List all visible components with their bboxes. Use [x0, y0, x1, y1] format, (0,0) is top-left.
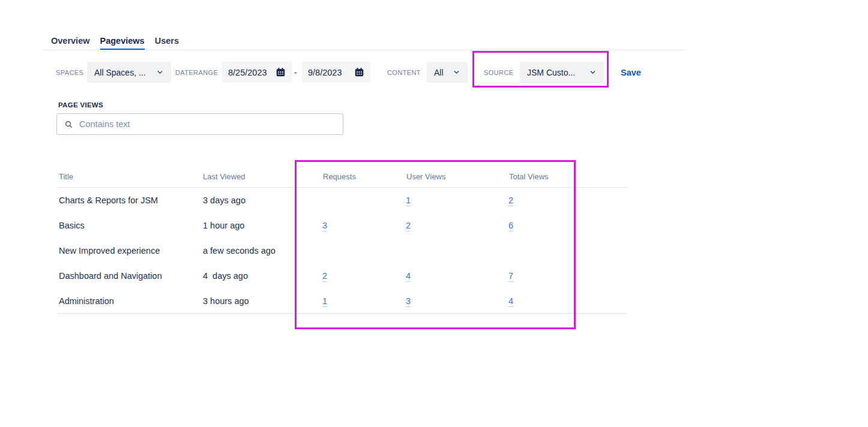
column-header-last-viewed: Last Viewed	[202, 172, 322, 181]
cell-user-views-link[interactable]: 1	[406, 196, 508, 205]
content-label: CONTENT	[387, 62, 421, 83]
content-select[interactable]: All	[427, 62, 468, 83]
cell-last-viewed: 4 days ago	[202, 271, 322, 281]
cell-last-viewed: 1 hour ago	[202, 221, 322, 230]
table-row: Dashboard and Navigation 4 days ago 2 4 …	[58, 263, 628, 288]
date-to-input[interactable]: 9/8/2023	[302, 62, 370, 83]
cell-user-views-link[interactable]: 3	[406, 296, 508, 306]
table-row: New Improved experience a few seconds ag…	[58, 238, 628, 263]
cell-title: New Improved experience	[58, 246, 202, 255]
tab-users[interactable]: Users	[155, 36, 179, 50]
column-header-title: Title	[58, 172, 202, 181]
date-range-dash: -	[294, 62, 297, 83]
cell-title: Administration	[58, 296, 202, 306]
table-row: Basics 1 hour ago 3 2 6	[58, 213, 628, 238]
cell-user-views-link[interactable]: 2	[406, 221, 508, 230]
save-button[interactable]: Save	[621, 62, 641, 83]
calendar-icon	[354, 67, 364, 77]
date-from-input[interactable]: 8/25/2023	[222, 62, 292, 83]
daterange-label: DATERANGE	[175, 62, 218, 83]
analytics-page: Overview Pageviews Users SPACES All Spac…	[0, 0, 868, 427]
tab-overview[interactable]: Overview	[51, 36, 90, 50]
tabs-separator-line	[43, 50, 685, 50]
page-views-search	[56, 113, 343, 135]
source-select-value: JSM Custo...	[527, 68, 575, 77]
tab-bar: Overview Pageviews Users	[51, 36, 179, 50]
chevron-down-icon	[453, 68, 460, 76]
page-views-section-label: PAGE VIEWS	[58, 101, 103, 109]
chevron-down-icon	[589, 68, 597, 76]
tab-pageviews[interactable]: Pageviews	[100, 36, 145, 50]
cell-requests-link[interactable]: 2	[322, 271, 406, 281]
cell-total-views-link[interactable]: 6	[508, 221, 628, 230]
table-row: Administration 3 hours ago 1 3 4	[58, 288, 628, 314]
spaces-select-value: All Spaces, ...	[94, 68, 146, 77]
search-icon	[64, 120, 73, 129]
column-header-requests: Requests	[322, 172, 406, 181]
cell-last-viewed: 3 hours ago	[202, 296, 322, 306]
source-select[interactable]: JSM Custo...	[520, 62, 604, 83]
cell-title: Charts & Reports for JSM	[58, 196, 202, 205]
column-header-total-views: Total Views	[508, 172, 628, 181]
content-select-value: All	[434, 68, 444, 77]
table-header-row: Title Last Viewed Requests User Views To…	[58, 166, 628, 188]
spaces-label: SPACES	[56, 62, 83, 83]
cell-total-views-link[interactable]: 2	[508, 196, 628, 205]
cell-requests-link[interactable]: 1	[322, 296, 406, 306]
cell-total-views-link[interactable]: 4	[508, 296, 628, 306]
table-row: Charts & Reports for JSM 3 days ago 1 2	[58, 188, 628, 213]
pageviews-table: Title Last Viewed Requests User Views To…	[58, 166, 628, 314]
column-header-user-views: User Views	[406, 172, 508, 181]
cell-last-viewed: a few seconds ago	[202, 246, 322, 255]
cell-user-views-link[interactable]: 4	[406, 271, 508, 281]
search-input[interactable]	[79, 119, 336, 129]
date-to-value: 9/8/2023	[308, 68, 342, 77]
cell-requests-link[interactable]: 3	[322, 221, 406, 230]
calendar-icon	[276, 67, 286, 77]
chevron-down-icon	[156, 68, 164, 76]
cell-title: Dashboard and Navigation	[58, 271, 202, 281]
cell-last-viewed: 3 days ago	[202, 196, 322, 205]
date-from-value: 8/25/2023	[228, 68, 267, 77]
cell-total-views-link[interactable]: 7	[508, 271, 628, 281]
source-label: SOURCE	[484, 62, 513, 83]
spaces-select[interactable]: All Spaces, ...	[87, 62, 171, 83]
cell-title: Basics	[58, 221, 202, 230]
